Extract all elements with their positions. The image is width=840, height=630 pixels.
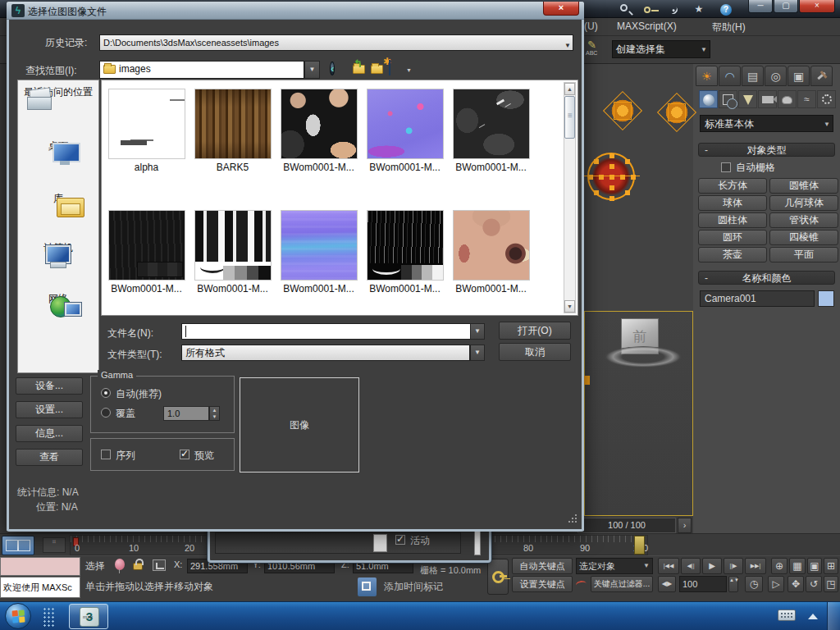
geometry-category-icon[interactable]: [699, 90, 718, 108]
selection-lock-icon[interactable]: [133, 563, 143, 570]
sequence-checkbox[interactable]: [101, 450, 111, 459]
zoom-extents-all-icon[interactable]: ⊞: [824, 558, 838, 574]
go-start-icon[interactable]: |◀◀: [658, 558, 679, 574]
minimize-button[interactable]: ─: [748, 0, 773, 13]
sidebar-item-recent[interactable]: 最近访问的位置: [18, 85, 98, 99]
object-type-rollout[interactable]: -对象类型: [698, 143, 835, 157]
satellite-icon[interactable]: [666, 2, 682, 16]
transform-typein-icon[interactable]: [153, 559, 166, 571]
file-item[interactable]: BWom0001-M...: [362, 210, 448, 294]
object-button-torus[interactable]: 圆环: [698, 230, 767, 245]
isolate-balloon-icon[interactable]: [115, 559, 125, 570]
favorites-star-icon[interactable]: ★: [691, 2, 707, 16]
lookin-dropdown[interactable]: images: [99, 61, 304, 79]
selected-object-gizmo[interactable]: [587, 153, 635, 200]
gamma-auto-radio[interactable]: [101, 388, 111, 398]
create-tab[interactable]: ☀: [696, 66, 718, 86]
resize-grip[interactable]: [567, 514, 577, 524]
go-end-icon[interactable]: ▶▶|: [745, 558, 766, 574]
object-button-teapot[interactable]: 茶壶: [698, 247, 767, 262]
autogrid-checkbox[interactable]: [721, 162, 731, 172]
object-button-cylinder[interactable]: 圆柱体: [698, 212, 767, 228]
scroll-down-icon[interactable]: ▼: [564, 300, 575, 313]
set-keys-button[interactable]: [487, 559, 509, 595]
lookin-dropdown-arrow[interactable]: ▼: [304, 61, 320, 79]
filename-input[interactable]: [181, 323, 470, 340]
tray-show-hidden-icon[interactable]: [808, 614, 818, 619]
frame-indicator-expand-button[interactable]: ›: [678, 518, 692, 533]
zoom-extents-icon[interactable]: ▣: [807, 558, 822, 574]
object-button-cone[interactable]: 圆锥体: [769, 178, 838, 194]
filename-dropdown-arrow[interactable]: ▼: [470, 323, 485, 340]
maxscript-listener-pink[interactable]: [0, 557, 80, 576]
object-button-tube[interactable]: 管状体: [769, 212, 838, 228]
view-menu-icon[interactable]: [389, 61, 407, 79]
file-item[interactable]: BWom0001-M...: [276, 89, 362, 173]
play-icon[interactable]: ▶: [702, 558, 722, 574]
file-item[interactable]: BWom0001-M...: [448, 89, 534, 173]
object-color-swatch[interactable]: [818, 290, 834, 307]
utilities-tab[interactable]: [810, 66, 833, 86]
auto-key-button[interactable]: 自动关键点: [512, 558, 573, 574]
key-mode-toggle-icon[interactable]: ◀▶: [658, 576, 676, 592]
selection-filter-dropdown[interactable]: 选定对象: [576, 558, 653, 574]
display-tab[interactable]: ▣: [788, 66, 810, 86]
info-button[interactable]: 信息...: [16, 425, 83, 442]
file-item[interactable]: BWom0001-M...: [448, 210, 534, 294]
set-key-button[interactable]: 设置关键点: [512, 576, 573, 592]
viewport-active[interactable]: 前: [584, 311, 693, 516]
tray-keyboard-icon[interactable]: [778, 609, 796, 621]
primitive-category-dropdown[interactable]: 标准基本体: [700, 115, 833, 132]
scene-object-icon[interactable]: [657, 93, 696, 132]
object-button-sphere[interactable]: 球体: [698, 195, 767, 211]
gamma-spinner[interactable]: ▲▼: [209, 406, 220, 421]
floating-scrollbar-handle[interactable]: [373, 534, 387, 552]
history-dropdown[interactable]: D:\Documents\3dsMax\sceneassets\images▼: [99, 34, 573, 51]
sidebar-item-libraries[interactable]: 库: [18, 192, 98, 206]
object-button-box[interactable]: 长方体: [698, 178, 767, 194]
filetype-dropdown-arrow[interactable]: ▼: [470, 345, 485, 361]
devices-button[interactable]: 设备...: [16, 377, 83, 395]
active-checkbox[interactable]: [395, 535, 405, 545]
object-name-field[interactable]: Camera001: [700, 290, 815, 307]
name-color-rollout[interactable]: -名称和颜色: [698, 271, 835, 285]
key-filter-curve-icon[interactable]: [575, 580, 587, 589]
file-item[interactable]: BWom0001-M...: [276, 210, 362, 294]
current-frame-field[interactable]: 100: [679, 576, 727, 592]
sidebar-item-computer[interactable]: 计算机: [18, 241, 98, 255]
prev-frame-icon[interactable]: ◀||: [681, 558, 701, 574]
back-icon[interactable]: ‹: [330, 61, 348, 79]
spacewarps-category-icon[interactable]: ≈: [797, 90, 816, 108]
selection-set-dropdown[interactable]: 创建选择集: [612, 40, 710, 58]
sidebar-item-network[interactable]: 网络: [18, 292, 98, 306]
up-one-level-icon[interactable]: ↰: [353, 61, 371, 79]
viewcube-compass[interactable]: [605, 346, 682, 368]
view-menu-arrow[interactable]: ▼: [406, 67, 412, 73]
lights-category-icon[interactable]: [738, 90, 757, 108]
maximize-viewport-icon[interactable]: ◳: [824, 576, 838, 592]
cameras-category-icon[interactable]: [758, 90, 777, 108]
menu-maxscript[interactable]: MAXScript(X): [617, 21, 677, 32]
gamma-override-radio[interactable]: [101, 408, 111, 418]
systems-category-icon[interactable]: [817, 90, 836, 108]
select-object-icon[interactable]: ▷: [768, 576, 784, 592]
file-item[interactable]: BARK5: [189, 89, 276, 173]
menu-partial[interactable]: (U): [584, 21, 598, 32]
scene-object-icon[interactable]: [603, 91, 642, 130]
zoom-region-icon[interactable]: ▦: [789, 558, 806, 574]
named-selection-icon[interactable]: ✎: [587, 39, 596, 51]
object-button-geosphere[interactable]: 几何球体: [769, 195, 838, 211]
helpers-category-icon[interactable]: [778, 90, 797, 108]
maxscript-listener-white[interactable]: 欢迎使用 MAXSc: [0, 577, 80, 598]
show-desktop-button[interactable]: [827, 602, 840, 630]
shapes-category-icon[interactable]: [719, 90, 737, 108]
viewport-top[interactable]: [584, 64, 693, 311]
isolate-toggle-button[interactable]: [358, 578, 377, 596]
open-button[interactable]: 打开(O): [499, 322, 571, 340]
file-list-scrollbar[interactable]: ▲ ▼: [564, 82, 576, 313]
object-button-pyramid[interactable]: 四棱锥: [769, 230, 838, 245]
next-frame-icon[interactable]: ||▶: [724, 558, 743, 574]
hierarchy-tab[interactable]: ▤: [742, 66, 764, 86]
gamma-value-field[interactable]: 1.0: [163, 406, 209, 421]
trackbar-toggle-icon[interactable]: ⌗: [43, 537, 66, 553]
